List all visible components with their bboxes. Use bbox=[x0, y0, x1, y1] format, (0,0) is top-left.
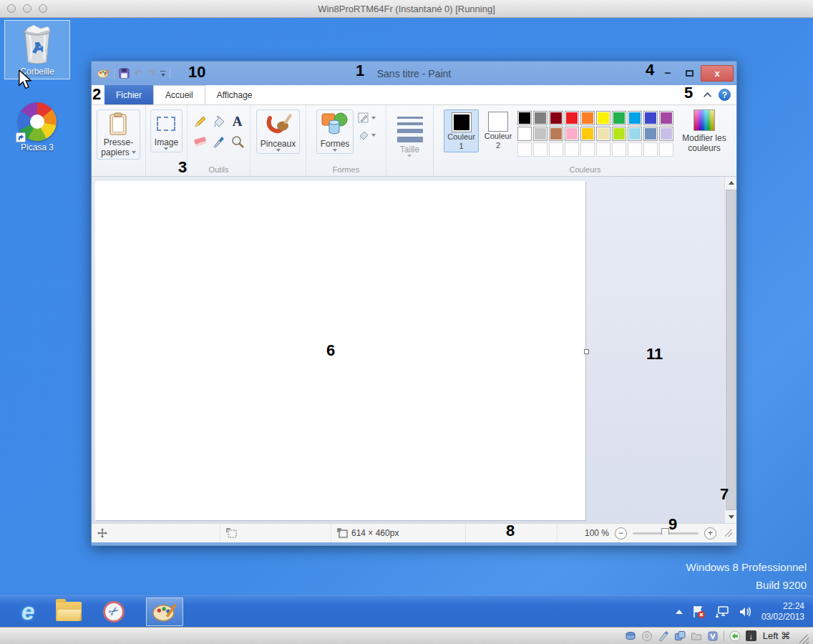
fill-tool-icon[interactable] bbox=[212, 114, 226, 129]
window-resize-grip[interactable] bbox=[725, 530, 732, 537]
palette-swatch[interactable] bbox=[628, 127, 642, 141]
palette-swatch[interactable] bbox=[628, 111, 642, 125]
palette-swatch[interactable] bbox=[628, 142, 642, 157]
color-picker-tool-icon[interactable] bbox=[212, 135, 226, 149]
cursor-position-cell bbox=[92, 524, 220, 542]
tab-accueil[interactable]: Accueil bbox=[153, 85, 205, 104]
palette-swatch[interactable] bbox=[643, 127, 658, 141]
scroll-up-button[interactable] bbox=[725, 177, 736, 189]
taskbar-internet-explorer-button[interactable]: e bbox=[21, 598, 34, 625]
size-button[interactable]: Taille bbox=[397, 109, 423, 157]
shape-fill-button[interactable] bbox=[358, 130, 376, 141]
palette-swatch[interactable] bbox=[580, 127, 595, 141]
paste-button[interactable]: Presse- papiers bbox=[97, 109, 140, 160]
network-icon[interactable] bbox=[714, 605, 730, 618]
annotation-6: 6 bbox=[326, 341, 335, 360]
color1-label-line1: Couleur bbox=[447, 132, 475, 142]
palette-swatch[interactable] bbox=[659, 142, 673, 157]
zoom-controls: 100 % − + bbox=[558, 524, 736, 542]
select-button[interactable]: Image bbox=[150, 109, 182, 152]
vertical-scrollbar[interactable] bbox=[724, 177, 736, 523]
palette-swatch[interactable] bbox=[565, 111, 579, 125]
tab-affichage[interactable]: Affichage bbox=[205, 85, 264, 104]
host-window-title: Win8ProRTM64Fr (Instantané 0) [Running] bbox=[0, 4, 813, 14]
scroll-down-button[interactable] bbox=[725, 511, 736, 523]
palette-swatch[interactable] bbox=[533, 111, 547, 125]
colors-group-label: Couleurs bbox=[434, 165, 736, 174]
mouse-integration-icon bbox=[729, 630, 741, 642]
maximize-button[interactable] bbox=[679, 70, 699, 77]
palette-swatch[interactable] bbox=[565, 142, 579, 157]
action-center-flag-icon[interactable] bbox=[691, 605, 706, 619]
move-cross-icon bbox=[97, 528, 107, 538]
size-group: Taille bbox=[386, 105, 434, 176]
canvas-resize-handle[interactable] bbox=[584, 349, 589, 354]
edit-colors-label-line1: Modifier les bbox=[682, 133, 726, 143]
arrow-down-icon bbox=[729, 515, 734, 519]
optical-disk-icon bbox=[641, 630, 653, 642]
volume-icon[interactable] bbox=[739, 605, 753, 618]
zoom-in-button[interactable]: + bbox=[704, 527, 716, 540]
palette-swatch[interactable] bbox=[533, 127, 547, 141]
palette-swatch[interactable] bbox=[612, 111, 626, 125]
palette-swatch[interactable] bbox=[643, 142, 658, 157]
close-button[interactable]: x bbox=[701, 65, 734, 82]
palette-swatch[interactable] bbox=[659, 111, 673, 125]
shape-outline-button[interactable] bbox=[358, 112, 376, 124]
palette-swatch[interactable] bbox=[659, 127, 673, 141]
vm-desktop: Corbeille Picasa 3 Windows 8 Professionn… bbox=[0, 18, 813, 627]
annotation-1: 1 bbox=[356, 62, 364, 80]
vbox-resize-grip[interactable] bbox=[799, 635, 809, 644]
palette-swatch[interactable] bbox=[517, 111, 532, 125]
taskbar-file-explorer-button[interactable] bbox=[56, 602, 82, 621]
palette-swatch[interactable] bbox=[549, 111, 563, 125]
text-tool-icon[interactable]: A bbox=[233, 114, 243, 130]
palette-swatch[interactable] bbox=[549, 127, 563, 141]
desktop-icon-picasa[interactable]: Picasa 3 bbox=[10, 102, 64, 152]
palette-swatch[interactable] bbox=[533, 142, 547, 157]
minimize-button[interactable]: – bbox=[658, 67, 678, 79]
brushes-button[interactable]: Pinceaux bbox=[256, 109, 300, 154]
palette-swatch[interactable] bbox=[596, 127, 610, 141]
palette-swatch[interactable] bbox=[517, 142, 532, 157]
palette-swatch[interactable] bbox=[612, 142, 626, 157]
color1-swatch bbox=[452, 112, 472, 132]
palette-swatch[interactable] bbox=[612, 127, 626, 141]
palette-swatch[interactable] bbox=[580, 142, 595, 157]
eraser-tool-icon[interactable] bbox=[193, 137, 206, 147]
colors-group: Couleur 1 Couleur 2 bbox=[434, 105, 736, 176]
show-hidden-icons-button[interactable] bbox=[676, 610, 683, 614]
scissors-icon: ✂ bbox=[106, 602, 123, 620]
help-button[interactable]: ? bbox=[719, 89, 731, 101]
palette-swatch[interactable] bbox=[517, 127, 532, 141]
palette-swatch[interactable] bbox=[549, 142, 563, 157]
pencil-tool-icon[interactable] bbox=[193, 114, 208, 129]
display-icon bbox=[707, 630, 719, 642]
system-tray: 22:24 03/02/2013 bbox=[676, 601, 813, 623]
ribbon-collapse-icon[interactable] bbox=[704, 92, 711, 99]
paint-window: Sans titre - Paint ↶ ↷ bbox=[91, 61, 737, 546]
tab-fichier[interactable]: Fichier bbox=[104, 85, 153, 104]
palette-swatch[interactable] bbox=[643, 111, 658, 125]
zoom-slider[interactable] bbox=[633, 532, 698, 535]
color2-button[interactable]: Couleur 2 bbox=[482, 109, 515, 151]
taskbar-paint-button-active[interactable] bbox=[146, 597, 183, 626]
image-label: Image bbox=[155, 137, 178, 147]
taskbar-snipping-tool-button[interactable]: ✂ bbox=[103, 601, 125, 623]
palette-swatch[interactable] bbox=[596, 111, 610, 125]
palette-swatch[interactable] bbox=[596, 142, 610, 157]
drawing-canvas[interactable] bbox=[95, 181, 585, 520]
scrollbar-thumb[interactable] bbox=[726, 190, 736, 510]
annotation-2: 2 bbox=[92, 85, 101, 104]
magnifier-tool-icon[interactable] bbox=[230, 135, 245, 149]
color2-label-line1: Couleur bbox=[485, 132, 512, 141]
color1-button[interactable]: Couleur 1 bbox=[444, 109, 479, 152]
desktop-icon-recycle-bin[interactable]: Corbeille bbox=[4, 20, 70, 79]
shapes-button[interactable]: Formes bbox=[316, 109, 354, 154]
palette-swatch[interactable] bbox=[565, 127, 579, 141]
shapes-group: Formes bbox=[306, 105, 386, 176]
edit-colors-button[interactable]: Modifier les couleurs bbox=[682, 109, 726, 153]
taskbar-clock[interactable]: 22:24 03/02/2013 bbox=[761, 601, 804, 623]
zoom-out-button[interactable]: − bbox=[615, 527, 627, 540]
palette-swatch[interactable] bbox=[580, 111, 595, 125]
